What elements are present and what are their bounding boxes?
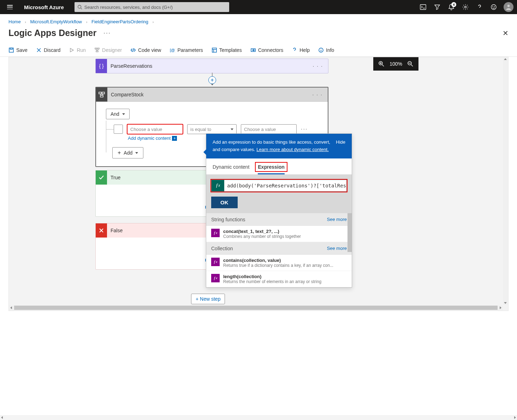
chevron-down-icon xyxy=(122,113,125,115)
node-title: True xyxy=(111,175,120,180)
condition-group-operator[interactable]: And xyxy=(106,109,130,119)
section-string-functions: String functions See more xyxy=(206,213,352,226)
svg-line-1 xyxy=(81,8,82,10)
zoom-in-icon[interactable] xyxy=(378,61,385,67)
tab-dynamic-content[interactable]: Dynamic content xyxy=(213,162,249,174)
flyout-banner: Add an expression to do basic things lik… xyxy=(213,139,330,154)
account-avatar[interactable] xyxy=(504,2,513,12)
fn-length[interactable]: ƒx length(collection) Returns the number… xyxy=(206,271,352,287)
fx-icon: ƒx xyxy=(211,258,220,266)
section-collection: Collection See more xyxy=(206,242,352,255)
x-icon xyxy=(96,223,107,238)
svg-rect-20 xyxy=(212,48,216,52)
page-header: Logic Apps Designer ··· ✕ xyxy=(0,24,517,45)
help-button[interactable]: Help xyxy=(292,47,310,53)
see-more-link[interactable]: See more xyxy=(327,246,347,251)
notification-badge: 4 xyxy=(451,2,456,7)
see-more-link[interactable]: See more xyxy=(327,217,347,222)
chevron-down-icon xyxy=(135,152,138,154)
cloud-shell-icon[interactable] xyxy=(416,0,430,14)
condition-row-more[interactable]: ··· xyxy=(301,126,308,132)
svg-point-3 xyxy=(465,6,467,8)
breadcrumb: Home › Microsoft.EmptyWorkflow › FieldEn… xyxy=(0,14,517,24)
flyout-scrollbar[interactable] xyxy=(347,213,352,252)
learn-more-link[interactable]: Learn more about dynamic content. xyxy=(256,147,329,152)
designer-canvas[interactable]: 100% { } ParseReservations · · · + xyxy=(8,57,509,311)
page-title: Logic Apps Designer xyxy=(8,28,96,38)
condition-value-left-input[interactable]: Choose a value xyxy=(127,124,183,134)
svg-point-0 xyxy=(78,5,81,8)
settings-icon[interactable] xyxy=(458,0,473,14)
node-title: CompareStock xyxy=(111,92,144,97)
condition-row-checkbox[interactable] xyxy=(114,125,123,134)
breadcrumb-workflow[interactable]: Microsoft.EmptyWorkflow xyxy=(30,19,82,24)
canvas-scrollbar-horizontal[interactable] xyxy=(9,305,503,310)
search-placeholder: Search resources, services, and docs (G+… xyxy=(84,5,173,10)
tab-expression[interactable]: Expression xyxy=(258,162,284,174)
canvas-scrollbar-vertical[interactable] xyxy=(503,58,508,305)
fx-icon: ƒx xyxy=(211,274,220,282)
ok-button[interactable]: OK xyxy=(211,197,238,208)
svg-rect-8 xyxy=(9,48,13,52)
breadcrumb-home[interactable]: Home xyxy=(8,19,21,24)
condition-value-right-input[interactable]: Choose a value xyxy=(241,124,297,134)
zoom-controls: 100% xyxy=(373,57,418,71)
node-title: False xyxy=(111,228,123,233)
connectors-button[interactable]: Connectors xyxy=(250,47,284,53)
node-more-button[interactable]: · · · xyxy=(313,63,323,69)
code-view-button[interactable]: Code view xyxy=(130,47,161,53)
feedback-icon[interactable] xyxy=(487,0,501,14)
new-step-button[interactable]: + New step xyxy=(191,294,225,304)
discard-button[interactable]: Discard xyxy=(36,47,60,53)
page-more-button[interactable]: ··· xyxy=(103,29,111,37)
node-parse-reservations[interactable]: { } ParseReservations · · · xyxy=(95,59,328,73)
fx-icon: ƒx xyxy=(212,180,224,191)
brand-label: Microsoft Azure xyxy=(24,4,64,10)
condition-operator-select[interactable]: is equal to xyxy=(187,124,237,134)
save-button[interactable]: Save xyxy=(8,47,28,53)
condition-icon xyxy=(96,88,107,102)
svg-rect-37 xyxy=(102,92,105,94)
svg-rect-14 xyxy=(97,48,99,49)
zoom-out-icon[interactable] xyxy=(407,61,414,67)
svg-marker-12 xyxy=(70,48,73,52)
insert-step-button[interactable]: + xyxy=(208,76,216,84)
add-condition-button[interactable]: + Add xyxy=(112,147,143,158)
run-button[interactable]: Run xyxy=(69,47,86,53)
svg-point-6 xyxy=(494,6,495,7)
info-button[interactable]: Info xyxy=(318,47,334,53)
menu-button[interactable] xyxy=(3,0,17,14)
templates-button[interactable]: Templates xyxy=(212,47,242,53)
svg-marker-25 xyxy=(252,49,254,51)
designer-toolbar: Save Discard Run Designer Code view [@]P… xyxy=(0,45,517,57)
directory-filter-icon[interactable] xyxy=(430,0,444,14)
help-icon[interactable] xyxy=(473,0,487,14)
svg-rect-2 xyxy=(420,5,426,10)
node-more-button[interactable]: · · · xyxy=(313,92,323,97)
svg-text:[@]: [@] xyxy=(170,48,175,52)
designer-button[interactable]: Designer xyxy=(94,47,122,53)
hide-banner-button[interactable]: Hide xyxy=(336,139,345,154)
azure-topbar: Microsoft Azure Search resources, servic… xyxy=(0,0,517,14)
svg-point-4 xyxy=(491,5,496,10)
page-close-button[interactable]: ✕ xyxy=(503,29,509,37)
search-icon xyxy=(77,5,82,10)
svg-rect-9 xyxy=(10,48,12,49)
parse-json-icon: { } xyxy=(96,59,107,73)
fn-contains[interactable]: ƒx contains(collection, value) Returns t… xyxy=(206,255,352,271)
add-dynamic-content-link[interactable]: Add dynamic content xyxy=(128,136,171,141)
svg-line-34 xyxy=(411,65,413,66)
check-icon xyxy=(96,170,107,185)
svg-rect-15 xyxy=(96,51,98,52)
node-title: ParseReservations xyxy=(111,63,152,69)
zoom-level: 100% xyxy=(390,61,402,67)
fn-concat[interactable]: ƒx concat(text_1, text_2?, ...) Combines… xyxy=(206,226,352,242)
plus-icon: + xyxy=(172,136,177,141)
svg-point-7 xyxy=(507,5,510,7)
global-search-input[interactable]: Search resources, services, and docs (G+… xyxy=(75,2,229,12)
notifications-icon[interactable]: 4 xyxy=(444,0,458,14)
parameters-button[interactable]: [@]Parameters xyxy=(170,47,203,53)
breadcrumb-logicapp[interactable]: FieldEngineerPartsOrdering xyxy=(91,19,148,24)
expression-input[interactable]: add(body('ParseReservations')?['totalRes… xyxy=(224,180,346,191)
svg-rect-13 xyxy=(95,48,97,49)
